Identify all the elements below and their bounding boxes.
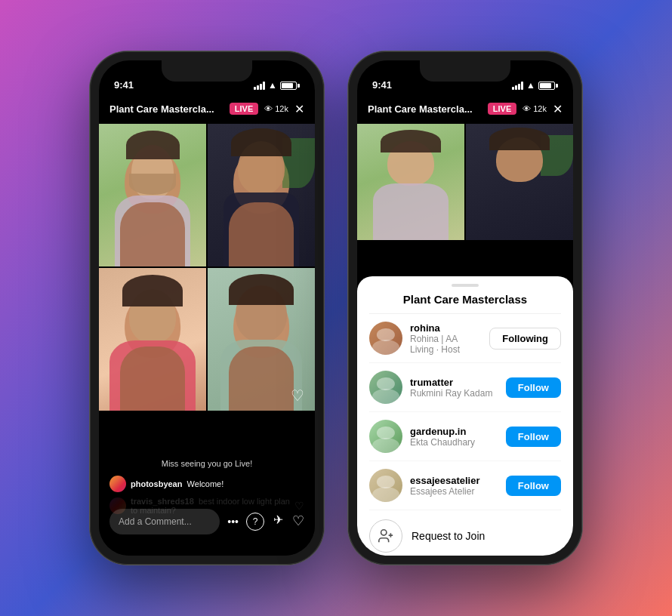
comment-input[interactable]: Add a Comment... [109,509,220,534]
wifi-icon-right: ▲ [526,80,535,91]
video-cell-r1 [357,124,464,240]
participant-row-essajees: essajeesatelier Essajees Atelier Follow [369,461,561,510]
status-time-right: 9:41 [372,79,392,91]
participant-info-rohina: rohina Rohina | AA Living · Host [410,322,482,355]
status-time-left: 9:41 [114,79,134,91]
follow-button-essajees[interactable]: Follow [506,476,561,496]
left-phone-screen: 9:41 ▲ Plant Care Ma [99,60,315,556]
right-phone-screen: 9:41 ▲ Plant Care Ma [357,60,573,556]
status-icons-left: ▲ [254,80,300,91]
comment-avatar-1 [109,476,126,492]
participant-username-rohina: rohina [410,322,482,334]
face-2 [208,124,315,266]
participant-info-gardenup: gardenup.in Ekta Chaudhary [410,426,498,448]
live-header-right-left: LIVE 👁 12k ✕ [230,102,304,116]
participant-username-trumatter: trumatter [410,377,498,388]
status-icons-right: ▲ [512,80,558,91]
request-to-join-row[interactable]: Request to Join [357,510,573,556]
comment-text-1: photosbyean Welcome! [131,479,223,488]
heart-icon[interactable]: ♡ [292,513,304,531]
comment-row-1: photosbyean Welcome! [109,476,304,492]
live-header-right-right: LIVE 👁 12k ✕ [488,102,563,116]
battery-icon-right [538,82,558,90]
dots-button[interactable]: ••• [227,516,239,528]
close-button-left[interactable]: ✕ [294,102,304,116]
participant-row-trumatter: trumatter Rukmini Ray Kadam Follow [369,363,561,412]
sheet-handle [452,284,479,287]
live-badge-left: LIVE [230,103,258,115]
bottom-bar-left: Add a Comment... ••• ? ✈ ♡ [99,495,315,556]
participant-username-gardenup: gardenup.in [410,426,498,437]
request-icon [369,519,402,553]
live-viewers-left: 👁 12k [264,104,288,113]
participant-avatar-gardenup [369,420,402,453]
miss-text: Miss seeing you go Live! [109,459,304,468]
question-icon[interactable]: ? [246,513,264,531]
notch [162,60,252,82]
video-cell-2 [208,124,315,266]
notch-right [420,60,510,82]
close-button-right[interactable]: ✕ [553,102,563,116]
participants-sheet: Plant Care Masterclass rohina Rohina | A… [357,276,573,556]
comment-placeholder: Add a Comment... [119,516,192,527]
eye-icon-right: 👁 [522,104,531,113]
participant-username-essajees: essajeesatelier [410,475,498,486]
bottom-icons: ? ✈ ♡ [246,513,304,531]
participant-sub-trumatter: Rukmini Ray Kadam [410,388,498,399]
battery-icon-left [280,82,300,90]
face-1 [99,124,206,266]
signal-icon-right [512,82,523,90]
left-phone: 9:41 ▲ Plant Care Ma [90,51,324,565]
participant-sub-rohina: Rohina | AA Living · Host [410,334,482,355]
participant-row-gardenup: gardenup.in Ekta Chaudhary Follow [369,412,561,461]
participant-info-essajees: essajeesatelier Essajees Atelier [410,475,498,497]
signal-icon-left [254,82,265,90]
participant-sub-essajees: Essajees Atelier [410,486,498,497]
svg-point-0 [381,530,387,535]
live-header-right: Plant Care Mastercla... LIVE 👁 12k ✕ [357,94,573,124]
live-header-left: Plant Care Mastercla... LIVE 👁 12k ✕ [99,94,315,124]
live-title-right: Plant Care Mastercla... [368,103,473,115]
video-cell-1 [99,124,206,266]
participant-avatar-trumatter [369,371,402,404]
eye-icon-left: 👁 [264,104,273,113]
participant-list: rohina Rohina | AA Living · Host Followi… [357,314,573,510]
request-label: Request to Join [412,530,485,542]
send-icon[interactable]: ✈ [273,513,283,531]
participant-avatar-essajees [369,469,402,502]
wifi-icon-left: ▲ [268,80,277,91]
live-title-left: Plant Care Mastercla... [109,103,214,115]
participant-avatar-rohina [369,322,402,355]
following-button-rohina[interactable]: Following [489,328,561,350]
phones-container: 9:41 ▲ Plant Care Ma [90,51,582,565]
sheet-title: Plant Care Masterclass [369,293,561,314]
right-phone: 9:41 ▲ Plant Care Ma [348,51,582,565]
participant-row-rohina: rohina Rohina | AA Living · Host Followi… [369,314,561,363]
participant-info-trumatter: trumatter Rukmini Ray Kadam [410,377,498,399]
live-badge-right: LIVE [488,103,516,115]
video-cell-r2 [466,124,573,240]
participant-sub-gardenup: Ekta Chaudhary [410,437,498,448]
follow-button-trumatter[interactable]: Follow [506,377,561,398]
live-viewers-right: 👁 12k [522,104,547,113]
follow-button-gardenup[interactable]: Follow [506,427,561,447]
